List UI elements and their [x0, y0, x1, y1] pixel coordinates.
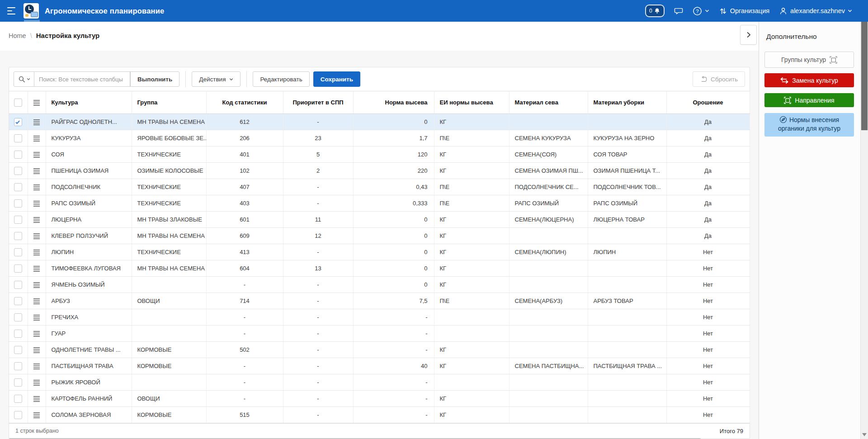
grid-cell[interactable]: КГ [434, 163, 509, 179]
grid-cell[interactable]: Да [666, 195, 750, 212]
grid-cell[interactable]: КГ [434, 407, 509, 423]
row-drag-handle[interactable] [28, 146, 46, 163]
grid-cell[interactable]: Нет [666, 342, 750, 358]
grid-cell[interactable]: КГ [434, 260, 509, 277]
grid-cell[interactable]: 11 [283, 212, 353, 228]
grid-cell[interactable]: Да [666, 163, 750, 179]
table-row[interactable]: ПАСТБИЩНАЯ ТРАВАКОРМОВЫЕ--40КГСЕМЕНА ПАС… [9, 358, 750, 374]
row-checkbox[interactable] [14, 378, 22, 387]
column-header[interactable]: Материал сева [509, 91, 588, 114]
row-drag-handle[interactable] [28, 260, 46, 277]
grid-cell[interactable]: Да [666, 179, 750, 195]
table-row[interactable]: ГУАР---Нет [9, 326, 750, 342]
grid-cell[interactable] [509, 260, 588, 277]
row-checkbox-cell[interactable] [9, 195, 28, 212]
grid-cell[interactable]: ГУАР [46, 326, 132, 342]
grid-cell[interactable]: - [283, 179, 353, 195]
grid-cell[interactable]: 401 [206, 146, 283, 163]
grid-cell[interactable]: ТЕХНИЧЕСКИЕ [132, 244, 206, 260]
select-all-checkbox-cell[interactable] [9, 91, 28, 114]
grid-cell[interactable]: Нет [666, 326, 750, 342]
grid-cell[interactable]: 206 [206, 130, 283, 146]
row-checkbox[interactable] [14, 118, 22, 126]
grid-cell[interactable]: СЕМЕНА ПАСТБИЩНА... [509, 358, 588, 374]
table-row[interactable]: ОДНОЛЕТНИЕ ТРАВЫ ...КОРМОВЫЕ502--КГНет [9, 342, 750, 358]
grid-cell[interactable]: ЛЮЦЕРНА [46, 212, 132, 228]
grid-cell[interactable]: ЛЮПИН [46, 244, 132, 260]
grid-cell[interactable] [509, 309, 588, 326]
grid-cell[interactable]: МН ТРАВЫ НА СЕМЕНА [132, 228, 206, 244]
grid-cell[interactable]: 0 [353, 212, 434, 228]
grid-cell[interactable]: Нет [666, 244, 750, 260]
grid-cell[interactable]: 714 [206, 293, 283, 309]
row-drag-handle[interactable] [28, 195, 46, 212]
grid-cell[interactable] [434, 374, 509, 391]
grid-cell[interactable]: П\Е [434, 130, 509, 146]
grid-cell[interactable]: СЕМЕНА(ЛЮПИН) [509, 244, 588, 260]
grid-cell[interactable]: 601 [206, 212, 283, 228]
row-drag-handle[interactable] [28, 374, 46, 391]
grid-cell[interactable]: 604 [206, 260, 283, 277]
grid-cell[interactable]: - [283, 391, 353, 407]
search-input[interactable] [34, 71, 130, 87]
grid-cell[interactable]: 502 [206, 342, 283, 358]
grid-cell[interactable]: КУКУРУЗА [46, 130, 132, 146]
grid-cell[interactable]: ОВОЩИ [132, 293, 206, 309]
table-row[interactable]: РЫЖИК ЯРОВОЙ---Нет [9, 374, 750, 391]
column-header[interactable]: Орошение [666, 91, 750, 114]
grid-cell[interactable]: КГ [434, 358, 509, 374]
grid-cell[interactable]: КГ [434, 244, 509, 260]
row-checkbox[interactable] [14, 313, 22, 321]
grid-cell[interactable] [588, 260, 666, 277]
grid-cell[interactable]: КУКУРУЗА НА ЗЕРНО [588, 130, 666, 146]
grid-cell[interactable]: 0 [353, 114, 434, 130]
grid-cell[interactable]: АРБУЗ ТОВАР [588, 293, 666, 309]
grid-cell[interactable]: - [283, 407, 353, 423]
row-checkbox-cell[interactable] [9, 163, 28, 179]
grid-cell[interactable]: Да [666, 114, 750, 130]
grid-cell[interactable]: ЛЮПИН [588, 244, 666, 260]
grid-cell[interactable] [509, 114, 588, 130]
grid-cell[interactable]: - [206, 309, 283, 326]
grid-cell[interactable]: КОРМОВЫЕ [132, 407, 206, 423]
grid-cell[interactable]: ПАСТБИЩНАЯ ТРАВА ... [588, 358, 666, 374]
grid-cell[interactable] [434, 309, 509, 326]
search-options-button[interactable] [14, 71, 34, 87]
grid-cell[interactable] [588, 309, 666, 326]
row-checkbox[interactable] [14, 264, 22, 273]
grid-cell[interactable]: Нет [666, 277, 750, 293]
grid-cell[interactable]: ПОДСОЛНЕЧНИК СЕ... [509, 179, 588, 195]
grid-cell[interactable]: ТИМОФЕЕВКА ЛУГОВАЯ [46, 260, 132, 277]
grid-cell[interactable]: Да [666, 212, 750, 228]
grid-cell[interactable]: - [353, 407, 434, 423]
row-checkbox-cell[interactable] [9, 407, 28, 423]
vertical-scrollbar[interactable] [860, 9, 868, 439]
notifications-button[interactable]: 0 [645, 5, 665, 17]
column-header[interactable]: Норма высева [353, 91, 434, 114]
grid-cell[interactable]: П\Е [434, 195, 509, 212]
row-checkbox[interactable] [14, 346, 22, 354]
grid-cell[interactable]: ОЗИМЫЕ КОЛОСОВЫЕ [132, 163, 206, 179]
row-checkbox[interactable] [14, 216, 22, 224]
organics-norms-button[interactable]: Нормы внесения органики для культур [764, 113, 854, 137]
grid-cell[interactable]: 0 [353, 228, 434, 244]
grid-cell[interactable]: - [283, 374, 353, 391]
row-checkbox[interactable] [14, 411, 22, 419]
column-header[interactable]: Материал уборки [588, 91, 666, 114]
grid-cell[interactable]: 102 [206, 163, 283, 179]
row-checkbox[interactable] [14, 330, 22, 338]
grid-cell[interactable]: 0,333 [353, 195, 434, 212]
grid-cell[interactable]: КГ [434, 146, 509, 163]
grid-cell[interactable]: 609 [206, 228, 283, 244]
grid-cell[interactable]: СЕМЕНА КУКУРУЗА [509, 130, 588, 146]
table-row[interactable]: ЛЮЦЕРНАМН ТРАВЫ ЗЛАКОВЫЕ601110КГСЕМЕНА(Л… [9, 212, 750, 228]
organization-switcher[interactable]: Организация [719, 7, 769, 15]
grid-cell[interactable]: ОДНОЛЕТНИЕ ТРАВЫ ... [46, 342, 132, 358]
grid-cell[interactable]: КГ [434, 342, 509, 358]
grid-cell[interactable] [588, 407, 666, 423]
grid-cell[interactable]: ПАСТБИЩНАЯ ТРАВА [46, 358, 132, 374]
grid-cell[interactable] [588, 277, 666, 293]
row-drag-handle[interactable] [28, 244, 46, 260]
grid-cell[interactable] [509, 228, 588, 244]
grid-cell[interactable]: РАПС ОЗИМЫЙ [509, 195, 588, 212]
